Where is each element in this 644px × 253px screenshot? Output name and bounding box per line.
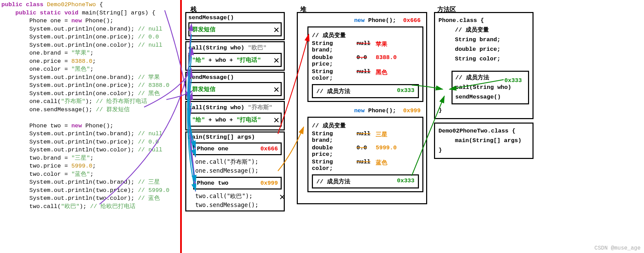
stack-area: sendMessage() 群发短信✕ call(String who) "欧巴… (185, 12, 285, 212)
stack-frame-call-2: call(String who) "乔布斯" "给" + who + "打电话"… (185, 101, 285, 130)
watermark: CSDN @muse_age (595, 245, 641, 251)
method-area-addr: 0x333 (504, 77, 522, 84)
phone-class-box: Phone.class { // 成员变量 String brand; doub… (434, 12, 534, 119)
stack-frame-sendmessage-2: sendMessage() 群发短信✕ (185, 72, 285, 100)
red-divider (180, 0, 182, 253)
method-area: Phone.class { // 成员变量 String brand; doub… (434, 12, 534, 162)
heap-object-2: // 成员变量 String brand;null三星 double price… (307, 117, 423, 192)
heap-object-1: // 成员变量 String brand;null苹果 double price… (307, 26, 423, 102)
cross-icon: ✕ (279, 191, 285, 202)
cross-icon: ✕ (273, 83, 279, 95)
cross-icon: ✕ (273, 24, 279, 35)
stack-frame-call-1: call(String who) "欧巴" "给" + who + "打电话"✕ (185, 41, 285, 71)
stack-frame-main: main(String[] args) Phone one0x666 one.c… (185, 131, 285, 211)
stack-frame-sendmessage-1: sendMessage() 群发短信✕ (185, 12, 285, 40)
source-code-panel: public class Demo02PhoneTwo { public sta… (0, 0, 180, 211)
heap-area: new Phone(); 0x666 // 成员变量 String brand;… (297, 12, 427, 204)
demo-class-box: Demo02PhoneTwo.class { main(String[] arg… (434, 123, 534, 159)
cross-icon: ✕ (273, 54, 279, 66)
cross-icon: ✕ (273, 114, 279, 126)
